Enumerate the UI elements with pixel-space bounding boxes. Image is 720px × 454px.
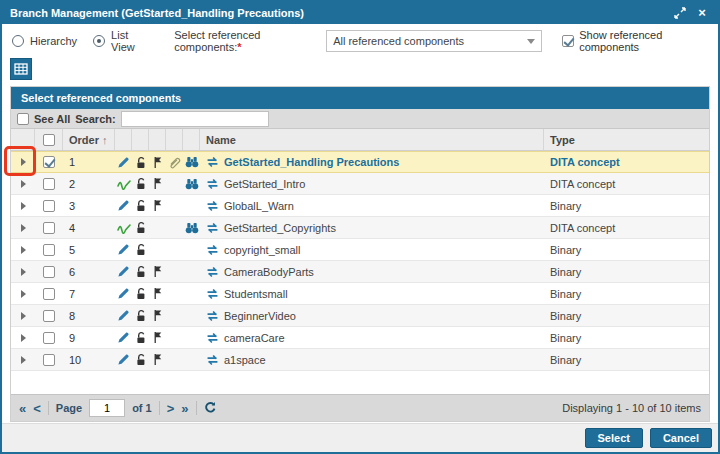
row-expander[interactable]: [11, 305, 35, 326]
binoculars-icon: [183, 173, 200, 194]
row-checkbox-cell: [35, 327, 63, 348]
select-button[interactable]: Select: [585, 428, 643, 448]
row-type: Binary: [544, 327, 709, 348]
last-page-button[interactable]: »: [181, 402, 188, 415]
row-checkbox[interactable]: [43, 288, 55, 300]
triangle-right-icon: [21, 246, 26, 254]
table-row[interactable]: 9cameraCareBinary: [11, 327, 709, 349]
icon-slot: [166, 261, 183, 282]
row-checkbox[interactable]: [43, 200, 55, 212]
referenced-components-dropdown[interactable]: All referenced components: [326, 30, 542, 52]
row-expander[interactable]: [11, 152, 35, 172]
table-row[interactable]: 4GetStarted_CopyrightsDITA concept: [11, 217, 709, 239]
row-expander[interactable]: [11, 261, 35, 282]
row-checkbox[interactable]: [43, 266, 55, 278]
triangle-right-icon: [21, 268, 26, 276]
row-order: 10: [63, 349, 115, 370]
row-name-cell: BeginnerVideo: [200, 305, 544, 326]
search-input[interactable]: [121, 111, 269, 127]
table-row[interactable]: 7StudentsmallBinary: [11, 283, 709, 305]
row-checkbox[interactable]: [43, 332, 55, 344]
unlock-icon: [132, 305, 149, 326]
reuse-icon: [206, 310, 219, 322]
row-checkbox[interactable]: [43, 310, 55, 322]
see-all-checkbox[interactable]: [17, 113, 29, 125]
table-grid-icon[interactable]: [10, 58, 32, 80]
type-column-header[interactable]: Type: [544, 129, 709, 150]
row-checkbox[interactable]: [43, 244, 55, 256]
table-row[interactable]: 8BeginnerVideoBinary: [11, 305, 709, 327]
hierarchy-radio[interactable]: [12, 35, 24, 47]
table-row[interactable]: 1GetStarted_Handling PrecautionsDITA con…: [11, 151, 709, 173]
pencil-icon: [115, 152, 132, 172]
branch-management-dialog: Branch Management (GetStarted_Handling P…: [0, 0, 720, 454]
row-expander[interactable]: [11, 217, 35, 238]
next-page-button[interactable]: >: [167, 402, 175, 415]
row-checkbox[interactable]: [43, 354, 55, 366]
name-column-header[interactable]: Name: [200, 129, 544, 150]
dropdown-value: All referenced components: [333, 35, 527, 47]
row-name: copyright_small: [224, 244, 300, 256]
row-checkbox-cell: [35, 217, 63, 238]
resize-icon[interactable]: [672, 6, 688, 20]
table-row[interactable]: 10a1spaceBinary: [11, 349, 709, 371]
row-order: 6: [63, 261, 115, 282]
list-view-radio[interactable]: [93, 35, 105, 47]
close-icon[interactable]: ×: [694, 6, 710, 20]
icon-col-header: [149, 129, 166, 150]
row-checkbox[interactable]: [43, 222, 55, 234]
row-name-cell: Studentsmall: [200, 283, 544, 304]
table-row[interactable]: 2GetStarted_IntroDITA concept: [11, 173, 709, 195]
prev-page-button[interactable]: <: [33, 402, 41, 415]
select-referenced-label: Select referenced components:*: [174, 29, 314, 53]
first-page-button[interactable]: «: [19, 402, 26, 415]
icon-slot: [149, 217, 166, 238]
row-expander[interactable]: [11, 195, 35, 216]
order-column-header[interactable]: Order↑: [63, 129, 115, 150]
row-order: 9: [63, 327, 115, 348]
icon-slot: [183, 239, 200, 260]
flag-icon: [149, 173, 166, 194]
row-expander[interactable]: [11, 327, 35, 348]
unlock-icon: [132, 349, 149, 370]
row-checkbox[interactable]: [43, 178, 55, 190]
select-all-checkbox-col: [35, 129, 63, 150]
show-referenced-checkbox[interactable]: [562, 35, 574, 47]
row-expander[interactable]: [11, 239, 35, 260]
reuse-icon: [206, 200, 219, 212]
unlock-icon: [132, 152, 149, 172]
row-name: Studentsmall: [224, 288, 288, 300]
refresh-icon[interactable]: [204, 401, 217, 416]
row-type: Binary: [544, 283, 709, 304]
row-checkbox[interactable]: [43, 156, 55, 168]
table-row[interactable]: 6CameraBodyPartsBinary: [11, 261, 709, 283]
dialog-footer: Select Cancel: [2, 423, 718, 452]
row-name: GetStarted_Handling Precautions: [224, 156, 399, 168]
icon-slot: [166, 283, 183, 304]
of-label: of 1: [132, 402, 152, 414]
pagination-status: Displaying 1 - 10 of 10 items: [562, 402, 701, 414]
row-checkbox-cell: [35, 152, 63, 172]
icon-slot: [166, 195, 183, 216]
reuse-icon: [206, 244, 219, 256]
table-row[interactable]: 5copyright_smallBinary: [11, 239, 709, 261]
page-number-input[interactable]: [89, 399, 125, 417]
icon-slot: [166, 327, 183, 348]
unlock-icon: [132, 327, 149, 348]
panel-header: Select referenced components: [11, 87, 709, 109]
unlock-icon: [132, 261, 149, 282]
unlock-icon: [132, 283, 149, 304]
row-order: 4: [63, 217, 115, 238]
select-all-checkbox[interactable]: [43, 134, 55, 146]
icon-col-header: [166, 129, 183, 150]
row-expander[interactable]: [11, 173, 35, 194]
row-expander[interactable]: [11, 349, 35, 370]
table-row[interactable]: 3GlobalL_WarnBinary: [11, 195, 709, 217]
icon-slot: [183, 305, 200, 326]
row-expander[interactable]: [11, 283, 35, 304]
icon-col-header: [115, 129, 132, 150]
unlock-icon: [132, 195, 149, 216]
reuse-icon: [206, 178, 219, 190]
cancel-button[interactable]: Cancel: [650, 428, 712, 448]
row-order: 8: [63, 305, 115, 326]
